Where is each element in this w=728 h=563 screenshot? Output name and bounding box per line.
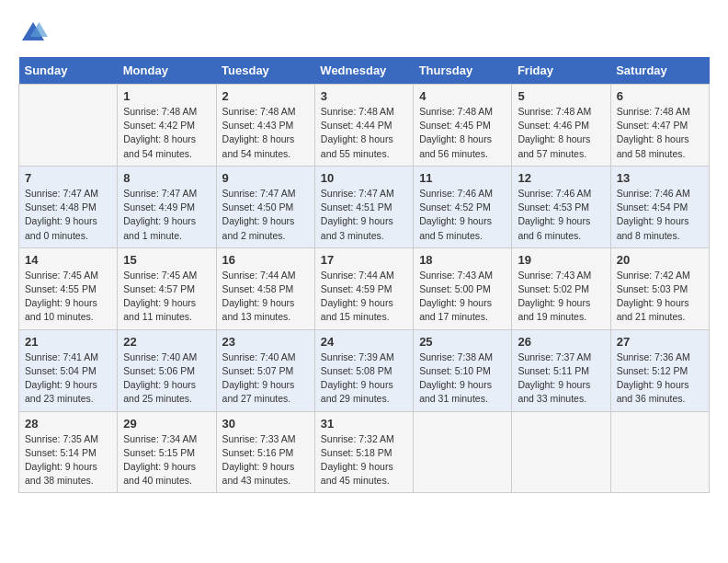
day-info: Sunrise: 7:39 AMSunset: 5:08 PMDaylight:… (321, 350, 407, 407)
day-number: 2 (222, 89, 309, 103)
calendar-cell (610, 411, 709, 493)
week-row-1: 1Sunrise: 7:48 AMSunset: 4:42 PMDaylight… (19, 85, 710, 167)
day-number: 18 (419, 253, 506, 267)
day-number: 4 (419, 89, 506, 103)
day-number: 22 (123, 335, 210, 349)
calendar-header-sunday: Sunday (19, 57, 118, 85)
day-number: 31 (321, 417, 407, 431)
day-number: 15 (123, 253, 210, 267)
day-number: 7 (25, 171, 111, 185)
day-info: Sunrise: 7:48 AMSunset: 4:46 PMDaylight:… (518, 105, 604, 161)
day-info: Sunrise: 7:35 AMSunset: 5:14 PMDaylight:… (25, 432, 111, 488)
calendar-cell: 29Sunrise: 7:34 AMSunset: 5:15 PMDayligh… (118, 411, 216, 493)
calendar-cell: 2Sunrise: 7:48 AMSunset: 4:43 PMDaylight… (216, 85, 314, 167)
day-number: 26 (518, 335, 604, 349)
day-number: 14 (25, 253, 111, 267)
calendar-cell: 17Sunrise: 7:44 AMSunset: 4:59 PMDayligh… (314, 247, 413, 329)
calendar-cell: 12Sunrise: 7:46 AMSunset: 4:53 PMDayligh… (512, 166, 610, 247)
day-number: 9 (222, 171, 309, 185)
day-number: 8 (123, 171, 210, 185)
day-number: 29 (123, 417, 210, 431)
calendar-cell (512, 411, 610, 493)
day-number: 13 (617, 171, 703, 185)
day-number: 17 (321, 253, 407, 267)
day-info: Sunrise: 7:48 AMSunset: 4:43 PMDaylight:… (222, 105, 309, 161)
calendar-cell: 7Sunrise: 7:47 AMSunset: 4:48 PMDaylight… (19, 166, 118, 247)
calendar-cell: 21Sunrise: 7:41 AMSunset: 5:04 PMDayligh… (19, 329, 118, 411)
day-info: Sunrise: 7:41 AMSunset: 5:04 PMDaylight:… (25, 350, 111, 407)
day-info: Sunrise: 7:43 AMSunset: 5:00 PMDaylight:… (419, 269, 506, 325)
week-row-3: 14Sunrise: 7:45 AMSunset: 4:55 PMDayligh… (19, 247, 710, 329)
calendar-cell: 16Sunrise: 7:44 AMSunset: 4:58 PMDayligh… (216, 247, 314, 329)
calendar-cell: 15Sunrise: 7:45 AMSunset: 4:57 PMDayligh… (118, 247, 216, 329)
calendar-header-friday: Friday (512, 57, 610, 85)
calendar-header-thursday: Thursday (414, 57, 512, 85)
day-info: Sunrise: 7:33 AMSunset: 5:16 PMDaylight:… (222, 432, 309, 488)
day-number: 6 (617, 89, 703, 103)
calendar-cell: 8Sunrise: 7:47 AMSunset: 4:49 PMDaylight… (118, 166, 216, 247)
day-number: 24 (321, 335, 407, 349)
calendar-cell: 30Sunrise: 7:33 AMSunset: 5:16 PMDayligh… (216, 411, 314, 493)
logo (18, 18, 53, 48)
day-number: 19 (518, 253, 604, 267)
day-info: Sunrise: 7:45 AMSunset: 4:55 PMDaylight:… (25, 269, 111, 325)
day-number: 23 (222, 335, 309, 349)
day-number: 28 (25, 417, 111, 431)
day-number: 21 (25, 335, 111, 349)
day-info: Sunrise: 7:32 AMSunset: 5:18 PMDaylight:… (321, 432, 407, 488)
day-info: Sunrise: 7:46 AMSunset: 4:54 PMDaylight:… (617, 187, 703, 243)
day-info: Sunrise: 7:38 AMSunset: 5:10 PMDaylight:… (419, 350, 506, 407)
calendar-cell: 4Sunrise: 7:48 AMSunset: 4:45 PMDaylight… (414, 85, 512, 167)
calendar-cell: 28Sunrise: 7:35 AMSunset: 5:14 PMDayligh… (19, 411, 118, 493)
calendar-header-monday: Monday (118, 57, 216, 85)
day-info: Sunrise: 7:48 AMSunset: 4:45 PMDaylight:… (419, 105, 506, 161)
calendar-cell: 25Sunrise: 7:38 AMSunset: 5:10 PMDayligh… (414, 329, 512, 411)
day-number: 16 (222, 253, 309, 267)
calendar-cell: 13Sunrise: 7:46 AMSunset: 4:54 PMDayligh… (610, 166, 709, 247)
calendar-cell: 18Sunrise: 7:43 AMSunset: 5:00 PMDayligh… (414, 247, 512, 329)
day-number: 5 (518, 89, 604, 103)
calendar-cell: 23Sunrise: 7:40 AMSunset: 5:07 PMDayligh… (216, 329, 314, 411)
calendar-cell: 11Sunrise: 7:46 AMSunset: 4:52 PMDayligh… (414, 166, 512, 247)
calendar-cell: 9Sunrise: 7:47 AMSunset: 4:50 PMDaylight… (216, 166, 314, 247)
day-info: Sunrise: 7:37 AMSunset: 5:11 PMDaylight:… (518, 350, 604, 407)
calendar-header-saturday: Saturday (610, 57, 709, 85)
day-info: Sunrise: 7:36 AMSunset: 5:12 PMDaylight:… (617, 350, 703, 407)
calendar-header-tuesday: Tuesday (216, 57, 314, 85)
day-info: Sunrise: 7:44 AMSunset: 4:59 PMDaylight:… (321, 269, 407, 325)
calendar-cell (19, 85, 118, 167)
calendar-cell: 19Sunrise: 7:43 AMSunset: 5:02 PMDayligh… (512, 247, 610, 329)
page-header (18, 18, 710, 48)
day-info: Sunrise: 7:40 AMSunset: 5:07 PMDaylight:… (222, 350, 309, 407)
logo-icon (18, 18, 48, 48)
day-info: Sunrise: 7:44 AMSunset: 4:58 PMDaylight:… (222, 269, 309, 325)
calendar-header: SundayMondayTuesdayWednesdayThursdayFrid… (19, 57, 710, 85)
day-info: Sunrise: 7:34 AMSunset: 5:15 PMDaylight:… (123, 432, 210, 488)
week-row-2: 7Sunrise: 7:47 AMSunset: 4:48 PMDaylight… (19, 166, 710, 247)
day-number: 27 (617, 335, 703, 349)
day-number: 20 (617, 253, 703, 267)
day-info: Sunrise: 7:48 AMSunset: 4:47 PMDaylight:… (617, 105, 703, 161)
day-info: Sunrise: 7:47 AMSunset: 4:50 PMDaylight:… (222, 187, 309, 243)
calendar-cell: 6Sunrise: 7:48 AMSunset: 4:47 PMDaylight… (610, 85, 709, 167)
calendar-cell: 10Sunrise: 7:47 AMSunset: 4:51 PMDayligh… (314, 166, 413, 247)
day-info: Sunrise: 7:48 AMSunset: 4:44 PMDaylight:… (321, 105, 407, 161)
day-number: 3 (321, 89, 407, 103)
day-info: Sunrise: 7:47 AMSunset: 4:48 PMDaylight:… (25, 187, 111, 243)
day-number: 30 (222, 417, 309, 431)
calendar-cell: 3Sunrise: 7:48 AMSunset: 4:44 PMDaylight… (314, 85, 413, 167)
calendar-cell: 24Sunrise: 7:39 AMSunset: 5:08 PMDayligh… (314, 329, 413, 411)
day-info: Sunrise: 7:45 AMSunset: 4:57 PMDaylight:… (123, 269, 210, 325)
calendar-cell: 31Sunrise: 7:32 AMSunset: 5:18 PMDayligh… (314, 411, 413, 493)
calendar-cell: 26Sunrise: 7:37 AMSunset: 5:11 PMDayligh… (512, 329, 610, 411)
calendar-cell (414, 411, 512, 493)
day-info: Sunrise: 7:46 AMSunset: 4:53 PMDaylight:… (518, 187, 604, 243)
day-info: Sunrise: 7:47 AMSunset: 4:49 PMDaylight:… (123, 187, 210, 243)
day-info: Sunrise: 7:42 AMSunset: 5:03 PMDaylight:… (617, 269, 703, 325)
day-info: Sunrise: 7:47 AMSunset: 4:51 PMDaylight:… (321, 187, 407, 243)
day-info: Sunrise: 7:43 AMSunset: 5:02 PMDaylight:… (518, 269, 604, 325)
week-row-4: 21Sunrise: 7:41 AMSunset: 5:04 PMDayligh… (19, 329, 710, 411)
calendar-cell: 1Sunrise: 7:48 AMSunset: 4:42 PMDaylight… (118, 85, 216, 167)
calendar-table: SundayMondayTuesdayWednesdayThursdayFrid… (18, 57, 710, 493)
calendar-body: 1Sunrise: 7:48 AMSunset: 4:42 PMDaylight… (19, 85, 710, 493)
